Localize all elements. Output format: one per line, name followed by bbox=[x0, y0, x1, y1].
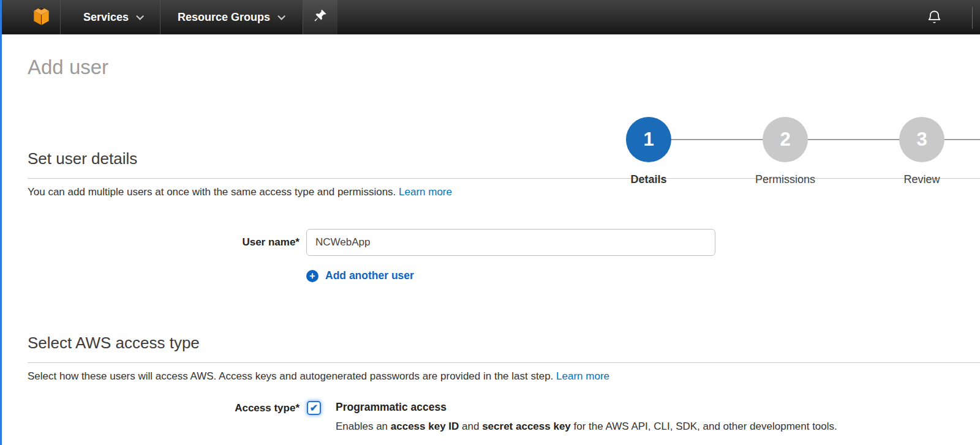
user-name-label: User name* bbox=[28, 236, 300, 249]
add-another-user-label: Add another user bbox=[325, 269, 414, 282]
step-label-permissions: Permissions bbox=[724, 173, 846, 186]
plus-circle-icon: + bbox=[306, 270, 318, 282]
programmatic-access-description: Enables an access key ID and secret acce… bbox=[336, 421, 837, 433]
user-name-input[interactable] bbox=[306, 229, 715, 256]
nav-resource-groups-menu[interactable]: Resource Groups bbox=[160, 11, 303, 24]
pushpin-icon bbox=[314, 9, 327, 26]
description-text: You can add multiple users at once with … bbox=[28, 186, 396, 198]
learn-more-link[interactable]: Learn more bbox=[399, 186, 452, 198]
wizard-step-indicator: 1 2 3 Details Permissions Review bbox=[626, 112, 980, 189]
learn-more-link[interactable]: Learn more bbox=[556, 370, 609, 382]
user-name-row: User name* bbox=[28, 229, 980, 256]
desc-text: for the AWS API, CLI, SDK, and other dev… bbox=[571, 421, 837, 432]
nav-resource-groups-label: Resource Groups bbox=[178, 11, 270, 24]
aws-top-nav: Services Resource Groups bbox=[0, 0, 980, 35]
access-type-row: Access type* ✔ Programmatic access Enabl… bbox=[28, 401, 980, 433]
desc-bold-access-key-id: access key ID bbox=[391, 421, 459, 432]
step-circle-review: 3 bbox=[899, 117, 944, 162]
step-circle-details: 1 bbox=[626, 117, 671, 162]
access-type-description: Select how these users will access AWS. … bbox=[28, 370, 980, 383]
programmatic-access-text: Programmatic access Enables an access ke… bbox=[336, 401, 837, 433]
step-label-details: Details bbox=[587, 173, 710, 186]
select-access-type-heading: Select AWS access type bbox=[28, 334, 980, 353]
page-title: Add user bbox=[28, 57, 980, 78]
pin-shortcut-button[interactable] bbox=[303, 0, 337, 34]
programmatic-access-title: Programmatic access bbox=[336, 401, 837, 414]
nav-services-label: Services bbox=[83, 11, 129, 24]
desc-bold-secret-access-key: secret access key bbox=[482, 421, 571, 432]
chevron-down-icon bbox=[136, 12, 144, 20]
aws-logo[interactable] bbox=[33, 7, 50, 28]
aws-cube-icon bbox=[33, 7, 50, 28]
notifications-bell-icon[interactable] bbox=[927, 9, 942, 28]
nav-services-menu[interactable]: Services bbox=[61, 11, 160, 24]
step-circle-permissions: 2 bbox=[763, 117, 808, 162]
chevron-down-icon bbox=[277, 12, 285, 20]
section-divider bbox=[28, 362, 980, 363]
programmatic-access-checkbox[interactable]: ✔ bbox=[307, 401, 321, 415]
add-another-user-button[interactable]: + Add another user bbox=[306, 269, 414, 282]
step-label-review: Review bbox=[861, 173, 980, 186]
checkmark-icon: ✔ bbox=[310, 402, 318, 414]
main-content: Add user 1 2 3 Details Permissions Revie… bbox=[0, 57, 980, 433]
nav-separator bbox=[972, 7, 973, 29]
desc-text: and bbox=[459, 421, 482, 432]
access-type-label: Access type* bbox=[28, 401, 300, 414]
page-left-accent-border bbox=[0, 0, 2, 445]
desc-text: Enables an bbox=[336, 421, 391, 432]
description-text: Select how these users will access AWS. … bbox=[28, 370, 553, 382]
